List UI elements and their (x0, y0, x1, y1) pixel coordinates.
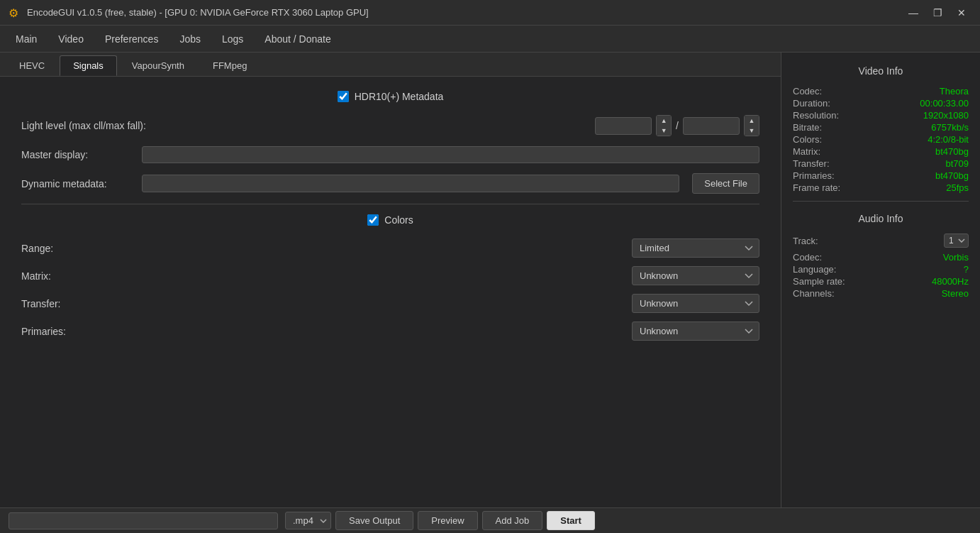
video-info-key: Resolution: (793, 110, 839, 121)
sub-tab-vapoursynth[interactable]: VapourSynth (118, 55, 198, 76)
audio-info-key: Language: (793, 264, 836, 275)
video-info-row: Frame rate:25fps (793, 182, 969, 194)
light-level-spinner-btns: ▲ ▼ (656, 115, 672, 136)
audio-info-key: Sample rate: (793, 276, 845, 287)
video-info-value: 00:00:33.00 (920, 98, 969, 109)
preview-button[interactable]: Preview (418, 511, 477, 530)
dynamic-metadata-input[interactable] (142, 175, 679, 192)
colors-checkbox[interactable] (367, 214, 379, 226)
title-bar: ⚙ EncodeGUI v1.0.5 (free, stable) - [GPU… (0, 0, 980, 26)
range-select[interactable]: Limited Full (632, 238, 759, 258)
matrix-select[interactable]: Unknown bt709 bt470bg smpte170m (632, 266, 759, 285)
audio-info-row: Channels:Stereo (793, 287, 969, 300)
light-level-fall-up[interactable]: ▲ (745, 116, 759, 126)
hdr10-checkbox-row: HDR10(+) Metadata (21, 91, 759, 102)
video-info-key: Bitrate: (793, 122, 822, 133)
video-info-key: Duration: (793, 98, 830, 109)
main-panel: HEVCSignalsVapourSynthFFMpeg HDR10(+) Me… (0, 53, 781, 507)
menu-item-video[interactable]: Video (48, 29, 94, 49)
matrix-label: Matrix: (21, 270, 135, 282)
transfer-label: Transfer: (21, 298, 135, 309)
format-select[interactable]: .mp4 .mkv .mov .avi (285, 512, 331, 529)
output-path-input[interactable] (9, 512, 278, 529)
video-info-value: bt709 (945, 158, 969, 169)
video-info-value: 1920x1080 (923, 110, 969, 121)
hdr10-checkbox[interactable] (338, 91, 349, 102)
menu-item-about---donate[interactable]: About / Donate (255, 29, 340, 49)
audio-info-rows: Codec:VorbisLanguage:?Sample rate:48000H… (793, 251, 969, 300)
light-level-spinner: 1000 ▲ ▼ / 1 ▲ ▼ (595, 115, 759, 136)
video-info-row: Primaries:bt470bg (793, 170, 969, 182)
video-info-value: bt470bg (935, 146, 969, 157)
audio-track-row: Track: 1 (793, 233, 969, 248)
window-controls: — ❐ ✕ (903, 4, 971, 21)
app-icon: ⚙ (9, 6, 21, 19)
dynamic-metadata-row: Dynamic metadata: Select File (21, 173, 759, 194)
menu-bar: MainVideoPreferencesJobsLogsAbout / Dona… (0, 26, 980, 53)
light-level-separator: / (676, 120, 679, 131)
close-button[interactable]: ✕ (952, 4, 971, 21)
primaries-label: Primaries: (21, 326, 135, 337)
master-display-label: Master display: (21, 149, 135, 160)
restore-button[interactable]: ❐ (928, 4, 947, 21)
matrix-row: Matrix: Unknown bt709 bt470bg smpte170m (21, 266, 759, 285)
video-info-row: Duration:00:00:33.00 (793, 97, 969, 109)
sub-tab-hevc[interactable]: HEVC (6, 55, 58, 76)
track-select[interactable]: 1 (944, 233, 969, 248)
transfer-row: Transfer: Unknown bt709 bt470bg smpte170… (21, 294, 759, 313)
video-info-row: Colors:4:2:0/8-bit (793, 133, 969, 145)
video-info-row: Matrix:bt470bg (793, 145, 969, 158)
panel-content: HDR10(+) Metadata Light level (max cll/m… (0, 77, 781, 507)
minimize-button[interactable]: — (903, 4, 923, 21)
video-info-key: Codec: (793, 86, 822, 97)
bottom-bar: .mp4 .mkv .mov .avi Save Output Preview … (0, 507, 980, 533)
colors-checkbox-label: Colors (384, 214, 413, 226)
audio-info-row: Codec:Vorbis (793, 251, 969, 263)
audio-info-row: Sample rate:48000Hz (793, 275, 969, 287)
video-info-key: Frame rate: (793, 182, 840, 193)
transfer-select[interactable]: Unknown bt709 bt470bg smpte170m (632, 294, 759, 313)
sub-tabs: HEVCSignalsVapourSynthFFMpeg (0, 53, 781, 77)
light-level-fall-down[interactable]: ▼ (745, 126, 759, 136)
audio-info-key: Codec: (793, 252, 822, 263)
primaries-select[interactable]: Unknown bt709 bt470bg smpte170m (632, 322, 759, 341)
select-file-button[interactable]: Select File (692, 173, 759, 194)
audio-info-value: ? (964, 264, 969, 275)
sub-tab-ffmpeg[interactable]: FFMpeg (199, 55, 260, 76)
video-info-row: Resolution:1920x1080 (793, 109, 969, 121)
save-output-button[interactable]: Save Output (335, 511, 413, 530)
content-area: HEVCSignalsVapourSynthFFMpeg HDR10(+) Me… (0, 53, 980, 507)
track-label: Track: (793, 236, 818, 246)
section-divider (21, 204, 759, 204)
menu-item-logs[interactable]: Logs (212, 29, 253, 49)
audio-info-value: Vorbis (943, 252, 969, 263)
video-info-value: Theora (940, 86, 969, 97)
dynamic-metadata-label: Dynamic metadata: (21, 178, 135, 189)
menu-item-main[interactable]: Main (6, 29, 47, 49)
light-level-input[interactable]: 1000 (595, 117, 652, 135)
video-info-key: Primaries: (793, 170, 835, 181)
audio-info-title: Audio Info (793, 213, 969, 224)
window-title: EncodeGUI v1.0.5 (free, stable) - [GPU 0… (27, 7, 903, 18)
video-info-row: Transfer:bt709 (793, 158, 969, 170)
video-info-title: Video Info (793, 65, 969, 77)
range-row: Range: Limited Full (21, 238, 759, 258)
menu-item-jobs[interactable]: Jobs (169, 29, 211, 49)
video-info-value: bt470bg (935, 170, 969, 181)
video-info-row: Codec:Theora (793, 85, 969, 97)
start-button[interactable]: Start (547, 511, 595, 530)
master-display-input[interactable]: G(13250,34500)B(7500,3000)R(34000,16000)… (142, 146, 759, 163)
light-level-up[interactable]: ▲ (657, 116, 671, 126)
video-info-value: 6757kb/s (931, 122, 969, 133)
light-level-row: Light level (max cll/max fall): 1000 ▲ ▼… (21, 115, 759, 136)
video-info-value: 4:2:0/8-bit (928, 134, 969, 145)
add-job-button[interactable]: Add Job (482, 511, 543, 530)
audio-info-value: Stereo (942, 288, 969, 299)
menu-item-preferences[interactable]: Preferences (95, 29, 168, 49)
light-level-fall-input[interactable]: 1 (683, 117, 740, 135)
light-level-down[interactable]: ▼ (657, 126, 671, 136)
sub-tab-signals[interactable]: Signals (60, 55, 117, 76)
video-info-key: Matrix: (793, 146, 820, 157)
video-info-key: Colors: (793, 134, 822, 145)
info-divider (793, 201, 969, 202)
